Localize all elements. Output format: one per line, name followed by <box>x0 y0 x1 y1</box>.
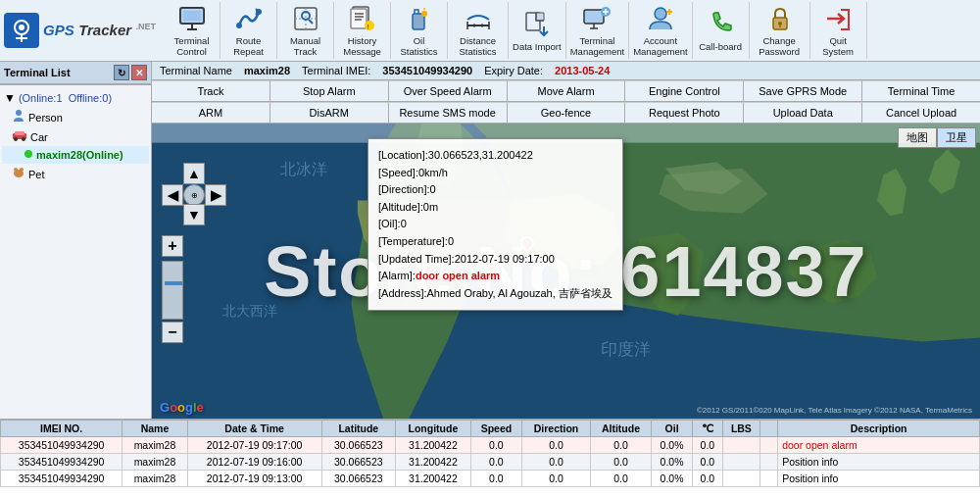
svg-point-42 <box>778 22 782 25</box>
col-dir: Direction <box>521 421 590 437</box>
device-online-icon <box>24 148 33 162</box>
sidebar-refresh-btn[interactable]: ↻ <box>114 65 129 80</box>
toolbar-change-password[interactable]: ChangePassword <box>750 2 810 59</box>
svg-point-21 <box>365 21 374 30</box>
track-icon <box>290 4 321 33</box>
logo-text: GPS Tracker .NET <box>43 22 156 39</box>
zoom-in-btn[interactable]: + <box>162 235 183 257</box>
popup-speed: [Speed]:0km/h <box>378 165 612 182</box>
svg-rect-8 <box>183 11 201 21</box>
device-label: maxim28(Online) <box>36 149 123 161</box>
toolbar: GPS Tracker .NET TerminalControl <box>0 0 980 62</box>
control-buttons-row2: ARM DisARM Resume SMS mode Geo-fence Req… <box>152 102 980 124</box>
popup-temperature: [Temperature]:0 <box>378 233 612 251</box>
tree-pet[interactable]: Pet <box>2 164 149 184</box>
tree-device-maxim28[interactable]: maxim28(Online) <box>2 146 149 164</box>
table-row[interactable]: 353451049934290maxim282012-07-19 09:16:0… <box>1 454 980 471</box>
move-alarm-btn[interactable]: Move Alarm <box>508 80 626 101</box>
col-lbs: LBS <box>722 421 760 437</box>
map-type-map-btn[interactable]: 地图 <box>898 127 937 148</box>
tree-car[interactable]: Car <box>2 127 149 146</box>
terminal-name-value: maxim28 <box>244 65 290 76</box>
nav-down-btn[interactable]: ▼ <box>183 204 205 225</box>
popup-oil: [Oil]:0 <box>378 216 612 233</box>
save-gprs-btn[interactable]: Save GPRS Mode <box>744 80 862 101</box>
engine-control-btn[interactable]: Engine Control <box>625 80 744 101</box>
sidebar-close-btn[interactable]: ✕ <box>131 65 147 80</box>
stop-alarm-btn[interactable]: Stop Alarm <box>270 80 389 101</box>
person-icon <box>12 109 25 125</box>
track-btn[interactable]: Track <box>152 80 270 101</box>
toolbar-terminal-control[interactable]: TerminalControl <box>164 2 220 59</box>
svg-text:印度洋: 印度洋 <box>601 340 651 359</box>
google-logo: Google <box>160 400 204 415</box>
table-header-row: IMEI NO. Name Date & Time Latitude Longi… <box>1 421 980 437</box>
control-buttons-row1: Track Stop Alarm Over Speed Alarm Move A… <box>152 80 980 102</box>
toolbar-distance-statistics[interactable]: DistanceStatistics <box>448 2 509 59</box>
map-type-buttons: 地图 卫星 <box>898 127 976 148</box>
popup-alarm: [Alarm]:door open alarm <box>378 268 612 285</box>
toolbar-data-import[interactable]: Data Import <box>509 2 566 59</box>
main-area: Terminal List ↻ ✕ ▼ (Online:1 Offline:0) <box>0 62 980 419</box>
import-icon <box>521 8 553 39</box>
popup-direction: [Direction]:0 <box>378 181 612 199</box>
nav-pad: ▲ ◀ ⊕ ▶ ▼ <box>162 163 226 227</box>
pet-label: Pet <box>28 169 45 180</box>
distance-statistics-label: DistanceStatistics <box>460 35 497 58</box>
toolbar-terminal-management[interactable]: TerminalManagement <box>566 2 629 59</box>
sidebar: Terminal List ↻ ✕ ▼ (Online:1 Offline:0) <box>0 62 152 419</box>
toolbar-history-message[interactable]: ! HistoryMessage <box>334 2 391 59</box>
copyright-text: ©2012 GS/2011©020 MapLink, Tele Atlas Im… <box>697 406 972 415</box>
svg-point-38 <box>655 8 666 20</box>
sidebar-header: Terminal List ↻ ✕ <box>0 62 151 84</box>
pet-icon <box>12 166 25 182</box>
nav-left-btn[interactable]: ◀ <box>162 184 183 206</box>
col-datetime: Date & Time <box>187 421 321 437</box>
table-row[interactable]: 353451049934290maxim282012-07-19 09:13:0… <box>1 471 980 487</box>
terminal-time-btn[interactable]: Terminal Time <box>862 80 980 101</box>
geo-fence-btn[interactable]: Geo-fence <box>508 102 626 123</box>
sidebar-title: Terminal List <box>4 67 71 78</box>
svg-rect-47 <box>15 131 24 135</box>
history-icon: ! <box>347 4 378 33</box>
map-container[interactable]: 太 平 洋 北冰洋 北大西洋 印度洋 Store No: 614837 ▲ ◀ <box>152 124 980 419</box>
map-nav-controls: ▲ ◀ ⊕ ▶ ▼ + − <box>162 163 226 345</box>
svg-line-15 <box>309 20 313 24</box>
arm-btn[interactable]: ARM <box>152 102 270 123</box>
data-table: IMEI NO. Name Date & Time Latitude Longi… <box>0 419 980 497</box>
svg-rect-32 <box>584 10 604 24</box>
tree-root[interactable]: ▼ (Online:1 Offline:0) <box>2 89 149 107</box>
col-flag <box>760 421 778 437</box>
nav-right-btn[interactable]: ▶ <box>205 184 226 206</box>
account-management-label: AccountManagement <box>633 35 687 58</box>
request-photo-btn[interactable]: Request Photo <box>625 102 744 123</box>
history-message-label: HistoryMessage <box>343 35 381 58</box>
toolbar-quit-system[interactable]: QuitSystem <box>810 2 867 59</box>
svg-point-49 <box>22 137 25 141</box>
over-speed-alarm-btn[interactable]: Over Speed Alarm <box>389 80 508 101</box>
table-row[interactable]: 353451049934290maxim282012-07-19 09:17:0… <box>1 437 980 454</box>
nav-up-btn[interactable]: ▲ <box>183 163 205 184</box>
zoom-out-btn[interactable]: − <box>162 322 183 343</box>
toolbar-manual-track[interactable]: ManualTrack <box>277 2 334 59</box>
app-logo: GPS Tracker .NET <box>4 13 156 48</box>
col-desc: Description <box>778 421 980 437</box>
disarm-btn[interactable]: DisARM <box>270 102 389 123</box>
map-type-satellite-btn[interactable]: 卫星 <box>937 127 976 148</box>
upload-data-btn[interactable]: Upload Data <box>744 102 862 123</box>
change-password-label: ChangePassword <box>759 35 800 58</box>
cancel-upload-btn[interactable]: Cancel Upload <box>862 102 980 123</box>
toolbar-oil-statistics[interactable]: OilStatistics <box>391 2 448 59</box>
toolbar-account-management[interactable]: AccountManagement <box>629 2 692 59</box>
expand-icon: ▼ <box>4 91 16 105</box>
toolbar-route-repeat[interactable]: RouteRepeat <box>220 2 277 59</box>
manual-track-label: ManualTrack <box>290 35 320 58</box>
sidebar-tree: ▼ (Online:1 Offline:0) Person Car <box>0 85 151 419</box>
resume-sms-btn[interactable]: Resume SMS mode <box>389 102 508 123</box>
col-alt: Altitude <box>591 421 652 437</box>
zoom-slider[interactable] <box>162 261 183 320</box>
nav-center-btn[interactable]: ⊕ <box>183 184 205 206</box>
location-popup: [Location]:30.066523,31.200422 [Speed]:0… <box>368 138 623 311</box>
tree-person[interactable]: Person <box>2 107 149 127</box>
toolbar-call-board[interactable]: Call-board <box>693 2 750 59</box>
